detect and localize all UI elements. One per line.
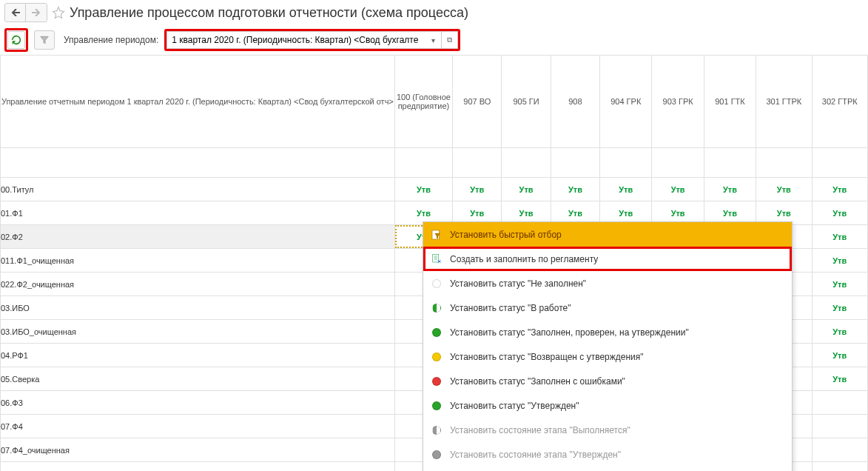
row-header[interactable]: 03.ИБО_очищенная <box>1 320 395 344</box>
grid-corner-header: Управление отчетным периодом 1 квартал 2… <box>1 56 395 148</box>
filter-button[interactable] <box>34 30 55 50</box>
status-cell[interactable]: Утв <box>502 178 551 201</box>
funnel-icon <box>39 35 50 45</box>
context-menu-item-label: Установить статус "Заполнен с ошибками" <box>450 376 625 387</box>
col-header[interactable]: 302 ГТРК <box>812 56 867 148</box>
status-dot-icon <box>431 449 443 461</box>
context-menu-item: Установить состояние этапа "Утвержден" <box>423 442 792 467</box>
status-cell[interactable]: Утв <box>812 320 867 344</box>
refresh-icon <box>10 34 22 46</box>
row-header[interactable]: 00.Титул <box>1 178 395 201</box>
context-menu-item[interactable]: Создать и заполнить по регламенту <box>423 247 792 271</box>
context-menu-item-label: Установить статус "Заполнен, проверен, н… <box>450 327 689 338</box>
status-cell[interactable]: Утв <box>812 344 867 367</box>
status-dot-icon <box>431 327 443 338</box>
col-header[interactable]: 903 ГРК <box>652 56 704 148</box>
status-cell[interactable]: Утв <box>704 178 756 201</box>
status-cell[interactable] <box>812 438 867 462</box>
period-select-highlight: ▾ ⧉ <box>164 29 460 51</box>
context-menu-item-label: Установить статус "Утвержден" <box>450 401 579 411</box>
status-cell[interactable]: Утв <box>453 178 502 201</box>
back-button[interactable] <box>5 4 26 21</box>
context-menu: Установить быстрый отборСоздать и заполн… <box>423 221 793 471</box>
context-menu-item-label: Установить статус "Возвращен с утвержден… <box>450 352 644 362</box>
context-menu-item-label: Создать и заполнить по регламенту <box>450 254 598 264</box>
context-menu-item[interactable]: Установить статус "Утвержден" <box>423 393 792 418</box>
period-input[interactable] <box>166 31 425 49</box>
status-cell[interactable]: Утв <box>600 178 652 201</box>
row-header[interactable]: 05.Сверка <box>1 367 395 391</box>
page-title: Управление процессом подготовки отчетнос… <box>70 5 468 21</box>
context-menu-item[interactable]: Установить статус "Не заполнен" <box>423 271 792 295</box>
row-header[interactable]: 011.Ф1_очищенная <box>1 249 395 273</box>
context-menu-item[interactable]: Установить статус "Заполнен с ошибками" <box>423 369 792 393</box>
col-header[interactable]: 904 ГРК <box>600 56 652 148</box>
context-menu-item[interactable]: Установить быстрый отбор <box>423 222 792 247</box>
quick-filter-icon <box>431 229 443 241</box>
status-dot-icon <box>431 302 443 314</box>
row-header[interactable]: 03.ИБО <box>1 296 395 320</box>
status-cell[interactable]: Утв <box>756 178 812 201</box>
row-header[interactable]: 07.Ф4_очищенная <box>1 438 395 462</box>
svg-rect-3 <box>433 254 439 262</box>
context-menu-item-label: Установить статус "В работе" <box>450 303 571 313</box>
status-dot-icon <box>431 278 443 290</box>
arrow-right-icon <box>32 9 41 16</box>
col-header[interactable]: 905 ГИ <box>502 56 551 148</box>
context-menu-item-label: Установить состояние этапа "Выполняется" <box>450 425 630 435</box>
nav-back-forward <box>4 3 47 22</box>
status-dot-icon <box>431 375 443 387</box>
context-menu-item: Выполнить процесс до текущего этапа (утв… <box>423 467 792 471</box>
status-cell[interactable]: Утв <box>812 178 867 201</box>
favorite-star-icon[interactable] <box>52 6 65 19</box>
status-cell[interactable] <box>812 415 867 438</box>
status-cell[interactable]: Утв <box>812 273 867 296</box>
status-cell[interactable]: Утв <box>812 201 867 225</box>
period-dropdown-button[interactable]: ▾ <box>425 31 442 49</box>
status-cell[interactable] <box>812 391 867 415</box>
row-header[interactable]: 04.РФ1 <box>1 344 395 367</box>
arrow-left-icon <box>11 9 20 16</box>
status-cell[interactable]: Утв <box>812 225 867 249</box>
status-cell[interactable]: Утв <box>812 296 867 320</box>
row-header[interactable]: 02.Ф2 <box>1 225 395 249</box>
status-cell[interactable]: Утв <box>652 178 704 201</box>
context-menu-item[interactable]: Установить статус "Заполнен, проверен, н… <box>423 320 792 344</box>
period-label: Управление периодом: <box>64 35 158 45</box>
refresh-button[interactable] <box>7 31 25 49</box>
col-header[interactable]: 301 ГТРК <box>756 56 812 148</box>
row-header[interactable]: 022.Ф2_очищенная <box>1 273 395 296</box>
status-cell[interactable]: Утв <box>394 178 452 201</box>
status-dot-icon <box>431 424 443 436</box>
period-open-button[interactable]: ⧉ <box>442 31 458 49</box>
status-dot-icon <box>431 400 443 412</box>
col-header[interactable]: 100 (Головное предприятие) <box>394 56 452 148</box>
status-cell[interactable]: Утв <box>812 249 867 273</box>
row-header[interactable]: 08.Ф5 <box>1 462 395 472</box>
context-menu-item-label: Установить состояние этапа "Утвержден" <box>450 450 621 460</box>
status-cell[interactable] <box>812 462 867 472</box>
row-header[interactable]: 06.Ф3 <box>1 391 395 415</box>
caret-down-icon: ▾ <box>431 36 435 44</box>
context-menu-item[interactable]: Установить статус "В работе" <box>423 295 792 320</box>
create-fill-icon <box>431 253 443 265</box>
col-header[interactable]: 907 ВО <box>453 56 502 148</box>
status-cell[interactable]: Утв <box>812 367 867 391</box>
popout-icon: ⧉ <box>447 36 452 44</box>
row-header[interactable]: 01.Ф1 <box>1 201 395 225</box>
col-header[interactable]: 908 <box>551 56 599 148</box>
context-menu-item[interactable]: Установить статус "Возвращен с утвержден… <box>423 344 792 369</box>
forward-button[interactable] <box>26 4 47 21</box>
context-menu-item-label: Установить быстрый отбор <box>450 230 562 240</box>
context-menu-item-label: Установить статус "Не заполнен" <box>450 278 586 289</box>
context-menu-item: Установить состояние этапа "Выполняется" <box>423 418 792 442</box>
status-cell[interactable]: Утв <box>551 178 599 201</box>
col-header[interactable]: 901 ГТК <box>704 56 756 148</box>
status-dot-icon <box>431 351 443 363</box>
row-header[interactable]: 07.Ф4 <box>1 415 395 438</box>
refresh-highlight <box>4 28 28 52</box>
